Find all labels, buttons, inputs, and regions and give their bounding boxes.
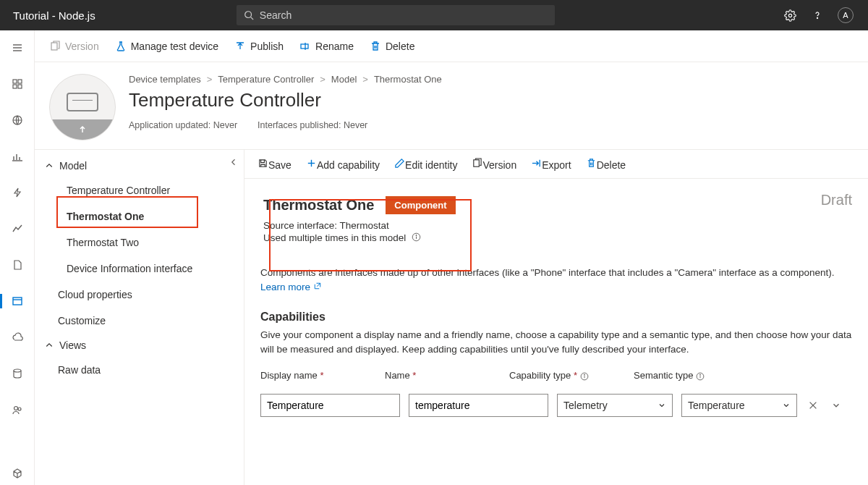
breadcrumb-link[interactable]: Device templates bbox=[129, 74, 201, 85]
upload-icon bbox=[234, 41, 246, 52]
lightning-icon bbox=[12, 187, 23, 198]
info-icon[interactable] bbox=[580, 372, 589, 381]
rail-jobs[interactable] bbox=[6, 253, 29, 277]
svg-point-34 bbox=[584, 374, 584, 375]
model-sidebar: Model Temperature Controller Thermostat … bbox=[35, 150, 244, 485]
version-button[interactable]: Version bbox=[49, 41, 99, 52]
rail-settings-bottom[interactable] bbox=[6, 462, 29, 485]
account-button[interactable]: A bbox=[838, 7, 854, 23]
save-icon bbox=[258, 158, 268, 169]
export-button[interactable]: Export bbox=[531, 158, 571, 171]
trash-icon bbox=[586, 158, 597, 169]
semantic-type-select[interactable]: Temperature bbox=[681, 394, 797, 417]
col-display-name: Display name bbox=[260, 370, 376, 381]
chevron-down-icon bbox=[658, 401, 666, 410]
grid-icon bbox=[12, 78, 23, 90]
capabilities-heading: Capabilities bbox=[260, 311, 852, 324]
svg-point-19 bbox=[14, 407, 17, 410]
edit-identity-button[interactable]: Edit identity bbox=[394, 158, 457, 171]
settings-button[interactable] bbox=[783, 8, 797, 22]
capabilities-description: Give your component a display name and a… bbox=[260, 328, 852, 358]
rail-analytics[interactable] bbox=[6, 217, 29, 240]
help-button[interactable] bbox=[810, 8, 825, 22]
sidebar-item-cloud-props[interactable]: Cloud properties bbox=[35, 282, 244, 308]
breadcrumb-link[interactable]: Temperature Controller bbox=[218, 74, 314, 85]
gear-icon bbox=[784, 9, 796, 22]
rail-devices[interactable] bbox=[6, 109, 29, 132]
rename-button[interactable]: Rename bbox=[299, 41, 354, 52]
rail-dashboard[interactable] bbox=[6, 72, 29, 96]
sidebar-item-customize[interactable]: Customize bbox=[35, 308, 244, 334]
rail-rules[interactable] bbox=[6, 181, 29, 204]
sidebar-item-temp-controller[interactable]: Temperature Controller bbox=[35, 177, 244, 203]
external-link-icon bbox=[313, 282, 322, 290]
chevron-down-icon bbox=[782, 401, 791, 410]
display-name-input[interactable] bbox=[260, 394, 400, 417]
sidebar-item-thermostat-two[interactable]: Thermostat Two bbox=[35, 229, 244, 256]
pane-version-button[interactable]: Version bbox=[472, 158, 516, 171]
page-title: Temperature Controller bbox=[129, 89, 854, 111]
info-icon[interactable] bbox=[696, 372, 705, 381]
sidebar-item-raw-data[interactable]: Raw data bbox=[35, 357, 244, 383]
used-multiple-label: Used multiple times in this model bbox=[263, 232, 456, 244]
add-capability-button[interactable]: Add capability bbox=[306, 158, 380, 171]
export-icon bbox=[531, 158, 542, 169]
source-interface-label: Source interface: Thermostat bbox=[263, 220, 456, 231]
svg-rect-10 bbox=[18, 85, 22, 88]
col-cap-type: Capability type bbox=[509, 370, 625, 381]
rail-templates[interactable] bbox=[6, 290, 29, 313]
svg-point-3 bbox=[817, 17, 817, 18]
copy-icon bbox=[49, 41, 61, 52]
draft-status: Draft bbox=[821, 192, 852, 208]
svg-point-18 bbox=[14, 369, 21, 372]
device-template-icon bbox=[49, 74, 116, 140]
pane-toolbar: Save Add capability Edit identity Versio… bbox=[244, 150, 868, 179]
plus-icon bbox=[306, 158, 317, 169]
col-sem-type: Semantic type bbox=[634, 370, 749, 381]
pencil-icon bbox=[394, 158, 405, 169]
globe-icon bbox=[12, 114, 23, 126]
app-updated-label: Application updated: Never bbox=[129, 120, 237, 130]
save-button[interactable]: Save bbox=[258, 158, 292, 171]
chart-icon bbox=[12, 151, 23, 162]
chevron-up-icon bbox=[45, 341, 54, 350]
analytics-icon bbox=[12, 223, 23, 235]
svg-rect-22 bbox=[301, 44, 308, 48]
sidebar-item-thermostat-one[interactable]: Thermostat One bbox=[35, 203, 244, 229]
svg-line-1 bbox=[250, 17, 253, 20]
search-input-container[interactable]: Search bbox=[237, 5, 555, 25]
sidebar-group-model[interactable]: Model bbox=[35, 154, 244, 177]
svg-rect-16 bbox=[13, 298, 22, 305]
delete-button[interactable]: Delete bbox=[370, 41, 414, 52]
svg-rect-9 bbox=[13, 85, 17, 88]
svg-point-2 bbox=[788, 14, 791, 17]
rail-users[interactable] bbox=[6, 398, 29, 421]
svg-rect-8 bbox=[18, 80, 22, 83]
sidebar-item-device-info[interactable]: Device Information interface bbox=[35, 256, 244, 282]
copy-icon bbox=[472, 158, 482, 169]
menu-button[interactable] bbox=[6, 36, 29, 59]
learn-more-link[interactable]: Learn more bbox=[260, 282, 322, 292]
search-placeholder: Search bbox=[260, 9, 292, 21]
breadcrumb-link[interactable]: Model bbox=[331, 74, 357, 85]
breadcrumb-current: Thermostat One bbox=[374, 74, 442, 85]
help-icon bbox=[812, 9, 823, 21]
collapse-sidebar-button[interactable] bbox=[229, 157, 238, 169]
capability-type-select[interactable]: Telemetry bbox=[557, 394, 673, 417]
name-input[interactable] bbox=[409, 394, 548, 417]
pane-delete-button[interactable]: Delete bbox=[586, 158, 626, 171]
manage-test-device-button[interactable]: Manage test device bbox=[115, 41, 218, 52]
svg-point-20 bbox=[18, 408, 21, 410]
app-title: Tutorial - Node.js bbox=[13, 9, 95, 22]
svg-rect-26 bbox=[474, 159, 480, 166]
svg-point-31 bbox=[416, 235, 417, 236]
info-icon[interactable] bbox=[412, 232, 421, 244]
expand-row-button[interactable] bbox=[829, 400, 843, 410]
rail-export[interactable] bbox=[6, 326, 29, 349]
svg-point-0 bbox=[245, 12, 252, 18]
remove-row-button[interactable] bbox=[806, 400, 820, 410]
rail-admin[interactable] bbox=[6, 362, 29, 385]
sidebar-group-views[interactable]: Views bbox=[35, 334, 244, 357]
publish-button[interactable]: Publish bbox=[234, 41, 284, 52]
rail-groups[interactable] bbox=[6, 145, 29, 168]
